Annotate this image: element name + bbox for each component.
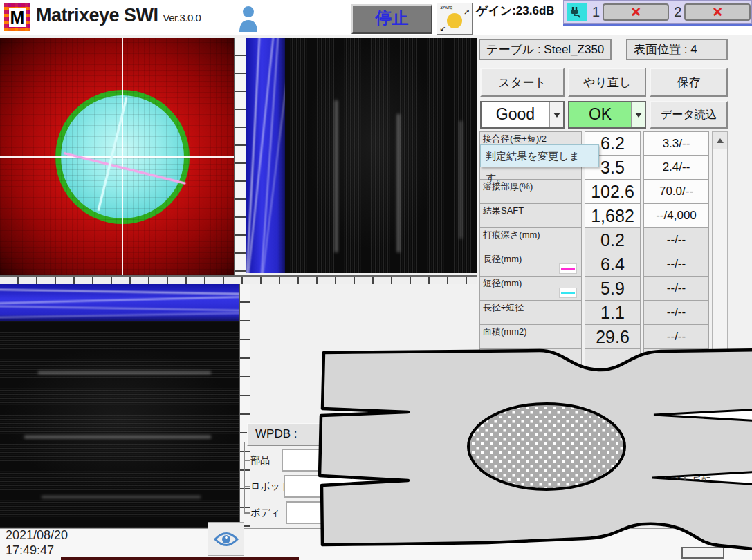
gain-readout: ゲイン:23.6dB xyxy=(476,3,555,19)
row-limit: --/4,000 xyxy=(643,204,709,228)
row-label: 短径(mm) xyxy=(479,277,582,301)
status-date: 2021/08/20 xyxy=(6,528,68,543)
table-row[interactable]: 長径(mm)6.4--/-- xyxy=(479,252,709,277)
scroll-up-arrow-icon[interactable] xyxy=(713,132,727,149)
averaging-icon-button[interactable]: 3Avrg ↗ ↙ xyxy=(437,3,473,35)
arrow-sw-icon: ↙ xyxy=(439,24,446,33)
chevron-down-icon[interactable] xyxy=(631,102,645,127)
view-toggle-button[interactable] xyxy=(208,522,244,556)
redo-button[interactable]: やり直し xyxy=(568,68,646,97)
row-label: 打痕深さ(mm) xyxy=(479,228,582,252)
probe-status-bar: 1 ✕ 2 ✕ xyxy=(563,0,752,24)
bscan-bottom-view[interactable] xyxy=(0,284,239,528)
user-icon xyxy=(238,5,259,32)
row-limit: --/-- xyxy=(643,277,709,301)
echo-line xyxy=(38,371,211,374)
results-table: 接合径(長+短)/26.23.3/--3.52.4/--溶接部厚(%)102.6… xyxy=(479,131,709,373)
row-value: 1,682 xyxy=(585,204,641,228)
wpdb-field-label: ボディ xyxy=(250,507,280,519)
ruler-vertical-top xyxy=(234,38,246,275)
stop-button[interactable]: 停止 xyxy=(351,4,432,34)
row-limit: 70.0/-- xyxy=(643,180,709,204)
judgment2-dropdown[interactable]: OK xyxy=(568,101,646,129)
app-title-text: Matrixeye SWI xyxy=(36,5,158,26)
weld-nugget-ellipse xyxy=(468,404,625,489)
table-row[interactable]: 結果SAFT1,682--/4,000 xyxy=(479,204,709,228)
probe1-slot[interactable]: ✕ xyxy=(603,3,669,21)
probe2-slot[interactable]: ✕ xyxy=(684,3,751,21)
judgment-tooltip: 判定結果を変更します。 xyxy=(480,144,599,167)
echo-line xyxy=(335,100,338,252)
row-limit: --/-- xyxy=(643,301,709,325)
averaging-circle-icon xyxy=(447,13,462,28)
probe-bar-underline xyxy=(563,24,752,26)
table-row[interactable]: 短径(mm)5.9--/-- xyxy=(479,277,709,301)
wpdb-field-label: 部品 xyxy=(250,454,270,467)
axis-color-swatch xyxy=(559,263,577,274)
row-value: 6.4 xyxy=(585,252,641,277)
surface-echo-band xyxy=(246,38,285,273)
background-window-edge xyxy=(61,557,299,560)
table-name-box: テーブル : Steel_Z350 xyxy=(479,39,612,60)
title-bar: M Matrixeye SWIVer.3.0.0 停止 3Avrg ↗ ↙ ゲイ… xyxy=(0,0,752,35)
judgment1-value: Good xyxy=(482,102,549,127)
plug-icon xyxy=(567,3,587,21)
row-limit: 2.4/-- xyxy=(643,156,709,180)
surface-echo-band xyxy=(0,284,239,321)
table-scrollbar[interactable] xyxy=(712,131,728,373)
row-label: 結果SAFT xyxy=(479,204,582,228)
echo-line xyxy=(24,436,211,438)
judgment2-value: OK xyxy=(569,102,631,127)
tree-stub xyxy=(244,512,250,514)
weld-cross-section-diagram: 1.58 反転 xyxy=(291,342,752,560)
app-logo-icon: M xyxy=(4,3,30,31)
axis-color-swatch xyxy=(559,288,577,298)
eye-icon xyxy=(213,530,239,548)
cscan-view[interactable] xyxy=(0,38,234,275)
judgment1-dropdown[interactable]: Good xyxy=(480,101,565,129)
tree-stub xyxy=(244,486,250,487)
page-title: Matrixeye SWIVer.3.0.0 xyxy=(36,5,201,26)
row-value: 1.1 xyxy=(585,301,641,325)
ruler-horizontal xyxy=(0,275,477,284)
table-row[interactable]: 溶接部厚(%)102.670.0/-- xyxy=(479,180,709,204)
averaging-label: 3Avrg xyxy=(440,5,452,10)
surface-position-box: 表面位置 : 4 xyxy=(626,39,728,60)
probe1-disconnected-x-icon: ✕ xyxy=(630,6,641,19)
row-limit: 3.3/-- xyxy=(643,131,709,156)
app-version: Ver.3.0.0 xyxy=(163,12,201,24)
echo-line xyxy=(42,496,201,498)
row-label: 長径÷短径 xyxy=(479,301,582,325)
table-row[interactable]: 打痕深さ(mm)0.2--/-- xyxy=(479,228,709,252)
arrow-ne-icon: ↗ xyxy=(464,8,470,17)
chevron-down-icon[interactable] xyxy=(549,102,563,127)
row-limit: --/-- xyxy=(643,228,709,252)
row-label: 長径(mm) xyxy=(479,252,582,277)
row-value: 0.2 xyxy=(585,228,641,252)
probe2-disconnected-x-icon: ✕ xyxy=(712,6,723,19)
app-logo-letter: M xyxy=(9,8,26,27)
echo-line xyxy=(397,114,400,252)
start-button[interactable]: スタート xyxy=(480,68,565,97)
table-row[interactable]: 長径÷短径1.1--/-- xyxy=(479,301,709,325)
probe1-number: 1 xyxy=(592,4,600,20)
status-time: 17:49:47 xyxy=(6,543,54,558)
row-value: 102.6 xyxy=(585,180,641,204)
load-data-button[interactable]: データ読込 xyxy=(650,101,728,129)
matrixeye-swi-window: M Matrixeye SWIVer.3.0.0 停止 3Avrg ↗ ↙ ゲイ… xyxy=(0,0,752,560)
crosshair-horizontal xyxy=(0,156,234,158)
row-limit: --/-- xyxy=(643,252,709,277)
probe2-number: 2 xyxy=(674,4,681,20)
row-value: 5.9 xyxy=(585,277,641,301)
save-button[interactable]: 保存 xyxy=(650,68,728,97)
bscan-side-view[interactable] xyxy=(246,38,477,273)
tree-stub xyxy=(244,460,250,461)
echo-line xyxy=(459,121,462,239)
